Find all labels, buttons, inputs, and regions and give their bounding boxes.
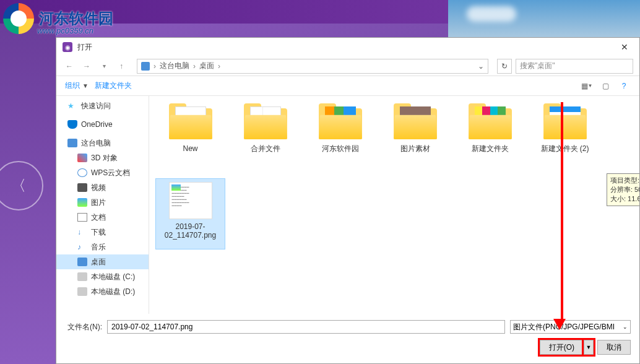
- folder-item[interactable]: 合并文件: [230, 102, 300, 173]
- sidebar-downloads[interactable]: ↓下载: [56, 225, 149, 240]
- background-image: [448, 0, 640, 37]
- breadcrumb[interactable]: › 这台电脑 › 桌面 › ⌄: [137, 59, 488, 74]
- folder-icon: [469, 105, 512, 139]
- chevron-right-icon: ›: [154, 62, 156, 71]
- new-folder-button[interactable]: 新建文件夹: [95, 80, 132, 91]
- music-icon: ♪: [77, 243, 87, 251]
- file-list[interactable]: New 合并文件 河东软件园 图片素材 新建文件夹 新建文件夹 (2): [149, 96, 639, 314]
- folder-item[interactable]: New: [155, 102, 225, 173]
- chevron-down-icon: ▼: [82, 82, 89, 89]
- download-icon: ↓: [77, 228, 87, 236]
- nav-recent-dropdown[interactable]: ▾: [97, 59, 111, 73]
- folder-item[interactable]: 新建文件夹: [455, 102, 525, 173]
- filetype-dropdown[interactable]: 图片文件(PNG/JPG/JPEG/BMI ⌄: [510, 320, 631, 334]
- sidebar-disk-c[interactable]: 本地磁盘 (C:): [56, 269, 149, 284]
- folder-icon: [169, 105, 212, 139]
- folder-item[interactable]: 河东软件园: [305, 102, 375, 173]
- disk-icon: [77, 287, 87, 296]
- breadcrumb-current[interactable]: 桌面: [199, 61, 214, 71]
- pc-icon: [67, 139, 77, 147]
- sidebar-onedrive[interactable]: OneDrive: [56, 117, 149, 132]
- refresh-button[interactable]: ↻: [497, 59, 512, 74]
- app-icon: ◉: [63, 42, 72, 52]
- image-file-item[interactable]: ▬▬▬▬▬▬▬▬▬▬▬▬▬▬▬▬▬▬▬▬▬▬▬▬▬▬▬▬▬▬▬▬▬▬▬▬▬▬▬▬…: [155, 178, 225, 249]
- breadcrumb-dropdown[interactable]: ⌄: [478, 62, 484, 71]
- logo-icon: [3, 3, 34, 34]
- video-icon: [77, 183, 87, 192]
- dialog-navbar: ← → ▾ ↑ › 这台电脑 › 桌面 › ⌄ ↻ 搜索"桌面": [56, 56, 639, 76]
- nav-back-button[interactable]: ←: [63, 59, 76, 73]
- star-icon: ★: [67, 102, 77, 110]
- folder-icon: [244, 105, 287, 139]
- cloud-icon: [67, 120, 77, 129]
- open-file-dialog: ◉ 打开 ✕ ← → ▾ ↑ › 这台电脑 › 桌面 › ⌄ ↻ 搜索"桌面" …: [56, 37, 640, 364]
- dialog-toolbar: 组织 ▼ 新建文件夹 ▦ ▼ ▢ ?: [56, 76, 639, 96]
- open-button[interactable]: 打开(O): [540, 340, 584, 355]
- watermark-logo: 河东软件园 www.pc0359.cn: [0, 0, 124, 37]
- pc-icon: [141, 62, 150, 71]
- view-options-button[interactable]: ▦ ▼: [580, 79, 594, 93]
- image-thumbnail: ▬▬▬▬▬▬▬▬▬▬▬▬▬▬▬▬▬▬▬▬▬▬▬▬▬▬▬▬▬▬▬▬▬▬▬▬▬▬▬▬…: [169, 182, 212, 219]
- dialog-footer: 文件名(N): 图片文件(PNG/JPG/JPEG/BMI ⌄ 打开(O) ▼ …: [56, 314, 639, 363]
- folder-tree: ★快速访问 OneDrive 这台电脑 3D 对象 WPS云文档 视频 图片 文…: [56, 96, 149, 314]
- organize-menu[interactable]: 组织: [65, 80, 80, 91]
- image-icon: [77, 198, 87, 207]
- folder-icon: [319, 105, 362, 139]
- dialog-close-button[interactable]: ✕: [616, 42, 633, 52]
- sidebar-disk-d[interactable]: 本地磁盘 (D:): [56, 284, 149, 299]
- search-input[interactable]: 搜索"桌面": [516, 59, 633, 74]
- dialog-titlebar: ◉ 打开 ✕: [56, 38, 639, 56]
- chevron-right-icon: ›: [193, 62, 196, 71]
- folder-item[interactable]: 图片素材: [380, 102, 450, 173]
- sidebar-documents[interactable]: 文档: [56, 210, 149, 225]
- open-dropdown-button[interactable]: ▼: [584, 340, 594, 355]
- sidebar-videos[interactable]: 视频: [56, 180, 149, 195]
- sidebar-music[interactable]: ♪音乐: [56, 240, 149, 254]
- cube-icon: [77, 154, 87, 162]
- wps-icon: [77, 168, 87, 177]
- document-icon: [77, 213, 87, 222]
- sidebar-3d-objects[interactable]: 3D 对象: [56, 150, 149, 165]
- sidebar-images[interactable]: 图片: [56, 195, 149, 210]
- filename-input[interactable]: [107, 320, 505, 334]
- sidebar-thispc[interactable]: 这台电脑: [56, 136, 149, 150]
- dialog-title-text: 打开: [77, 42, 92, 53]
- sidebar-desktop[interactable]: 桌面: [56, 254, 149, 269]
- breadcrumb-root[interactable]: 这台电脑: [160, 61, 189, 71]
- nav-forward-button[interactable]: →: [80, 59, 93, 73]
- sidebar-wps[interactable]: WPS云文档: [56, 165, 149, 180]
- chevron-left-icon: 〈: [11, 176, 26, 196]
- folder-icon: [543, 105, 587, 139]
- filename-label: 文件名(N):: [65, 322, 102, 332]
- help-button[interactable]: ?: [617, 79, 631, 93]
- nav-up-button[interactable]: ↑: [115, 59, 128, 73]
- preview-pane-button[interactable]: ▢: [599, 79, 612, 93]
- folder-icon: [394, 105, 437, 139]
- cancel-button[interactable]: 取消: [597, 340, 631, 355]
- chevron-right-icon: ›: [218, 62, 220, 71]
- chevron-down-icon: ⌄: [623, 324, 628, 330]
- folder-item[interactable]: 新建文件夹 (2): [530, 102, 600, 173]
- disk-icon: [77, 272, 87, 281]
- file-tooltip: 项目类型: PNG 文 分辨率: 501 x 44 大小: 11.6 KB: [607, 173, 639, 206]
- sidebar-quick-access[interactable]: ★快速访问: [56, 98, 149, 113]
- desktop-icon: [77, 258, 87, 266]
